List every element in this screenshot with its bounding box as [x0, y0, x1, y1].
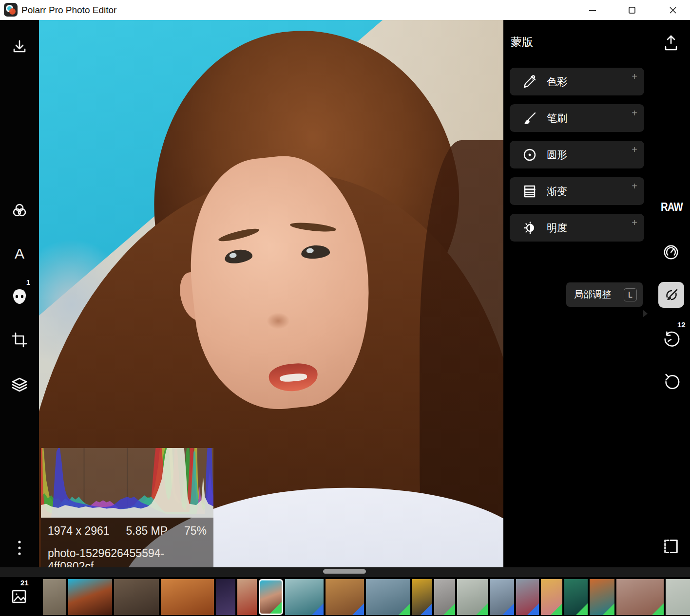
filmstrip-thumbnail[interactable]	[161, 579, 214, 615]
raw-toggle[interactable]: RAW	[661, 201, 683, 214]
text-tool-button[interactable]: A	[0, 242, 39, 265]
filters-button[interactable]	[0, 199, 39, 222]
eyedropper-icon	[522, 75, 537, 89]
face-tool-button[interactable]: 1	[0, 285, 39, 308]
face-icon	[11, 287, 28, 306]
mask-item-label: 明度	[547, 221, 567, 235]
filmstrip-thumbnail[interactable]	[68, 579, 112, 615]
filmstrip-thumbnail[interactable]	[590, 579, 614, 615]
histogram-panel	[41, 448, 213, 518]
filmstrip-thumbnail[interactable]	[564, 579, 588, 615]
edited-corner-badge	[551, 603, 562, 615]
filmstrip-thumbnails	[43, 579, 690, 615]
filmstrip-thumbnail[interactable]	[285, 579, 324, 615]
filmstrip-thumbnail[interactable]	[666, 579, 690, 615]
filmstrip: 21	[0, 577, 690, 616]
minimize-icon	[589, 6, 596, 14]
edited-corner-badge	[652, 603, 664, 615]
kebab-menu-icon	[18, 540, 21, 557]
filmstrip-thumbnail[interactable]	[216, 579, 235, 615]
edited-corner-badge	[443, 603, 455, 615]
filmstrip-thumbnail[interactable]	[366, 579, 410, 615]
filmstrip-scrollbar-thumb[interactable]	[323, 569, 366, 574]
brush-icon	[522, 111, 537, 126]
mask-item-label: 圆形	[547, 148, 567, 162]
mask-item-radial[interactable]: 圆形 +	[510, 141, 644, 168]
mask-item-label: 笔刷	[547, 112, 567, 125]
mask-item-label: 渐变	[547, 185, 567, 198]
undo-history-button[interactable]	[662, 331, 680, 348]
dial-adjust-button[interactable]	[662, 243, 680, 261]
edited-corner-badge	[476, 603, 488, 615]
edited-corner-badge	[312, 603, 324, 615]
close-button[interactable]	[662, 0, 684, 20]
edited-corner-badge	[576, 603, 588, 615]
add-brush-mask-button[interactable]: +	[632, 108, 637, 118]
dial-icon	[662, 243, 680, 261]
filmstrip-thumbnail[interactable]	[541, 579, 562, 615]
face-tool-badge: 1	[26, 279, 30, 286]
local-adjust-tooltip: 局部调整 L	[566, 282, 643, 307]
maximize-icon	[628, 6, 636, 14]
luminance-icon	[522, 221, 537, 235]
minimize-button[interactable]	[582, 0, 603, 20]
edited-corner-badge	[603, 603, 614, 615]
filmstrip-thumbnail[interactable]	[237, 579, 257, 615]
undo-history-icon	[662, 330, 680, 349]
polarr-logo-icon	[4, 3, 18, 17]
filmstrip-thumbnail[interactable]	[326, 579, 364, 615]
redo-button[interactable]	[662, 373, 680, 391]
panel-title: 蒙版	[511, 35, 533, 50]
mask-item-color[interactable]: 色彩 +	[510, 68, 644, 95]
filmstrip-thumbnail-selected[interactable]	[259, 579, 283, 615]
image-dimensions: 1974 x 2961	[48, 524, 110, 538]
mask-item-brush[interactable]: 笔刷 +	[510, 104, 644, 132]
crop-icon	[11, 332, 28, 348]
compare-before-after-button[interactable]	[662, 538, 680, 555]
maximize-button[interactable]	[621, 0, 643, 20]
more-options-button[interactable]	[0, 537, 39, 560]
right-panel: 蒙版 色彩 + 笔刷 + 圆形 + 渐变 + 明度 + RAW	[503, 20, 690, 616]
mask-item-label: 色彩	[547, 75, 567, 89]
edited-corner-badge	[502, 603, 514, 615]
photo-library-button[interactable]: 21	[0, 577, 39, 616]
filmstrip-thumbnail[interactable]	[616, 579, 664, 615]
add-luminance-mask-button[interactable]: +	[632, 218, 637, 227]
add-color-mask-button[interactable]: +	[632, 72, 637, 81]
edited-corner-badge	[352, 603, 364, 615]
color-circles-icon	[11, 202, 28, 219]
add-gradient-mask-button[interactable]: +	[632, 181, 637, 191]
image-info-panel: 1974 x 2961 5.85 MP 75% photo-1529626455…	[41, 518, 213, 567]
filmstrip-thumbnail[interactable]	[516, 579, 539, 615]
filmstrip-thumbnail[interactable]	[490, 579, 514, 615]
photo-nose-shadow	[267, 313, 290, 329]
filmstrip-thumbnail[interactable]	[457, 579, 488, 615]
histogram-svg	[41, 448, 213, 518]
title-bar: Polarr Pro Photo Editor	[0, 0, 690, 20]
shortcut-key-badge: L	[624, 288, 637, 301]
tooltip-text: 局部调整	[574, 288, 611, 301]
photo-canvas[interactable]: 1974 x 2961 5.85 MP 75% photo-1529626455…	[39, 20, 503, 567]
filmstrip-thumbnail[interactable]	[434, 579, 455, 615]
local-adjust-button-selected[interactable]	[658, 282, 684, 308]
mask-item-gradient[interactable]: 渐变 +	[510, 177, 644, 205]
crop-tool-button[interactable]	[0, 328, 39, 352]
filmstrip-scrollbar-track[interactable]	[0, 567, 690, 577]
add-radial-mask-button[interactable]: +	[632, 145, 637, 154]
tooltip-arrow	[643, 310, 648, 317]
import-button[interactable]	[0, 35, 39, 58]
layers-button[interactable]	[0, 372, 39, 395]
filmstrip-thumbnail[interactable]	[412, 579, 432, 615]
edited-corner-badge	[399, 603, 410, 615]
radial-circle-icon	[522, 148, 537, 162]
mask-item-luminance[interactable]: 明度 +	[510, 214, 644, 242]
export-button[interactable]	[662, 34, 680, 52]
compare-icon	[662, 538, 680, 555]
image-filename: photo-1529626455594-4ff0802cf...	[48, 547, 213, 567]
gradient-icon	[522, 184, 537, 199]
layers-icon	[10, 375, 29, 392]
filmstrip-thumbnail[interactable]	[114, 579, 159, 615]
photos-icon	[10, 587, 29, 606]
photo-count-badge: 21	[20, 579, 29, 586]
filmstrip-thumbnail[interactable]	[43, 579, 66, 615]
